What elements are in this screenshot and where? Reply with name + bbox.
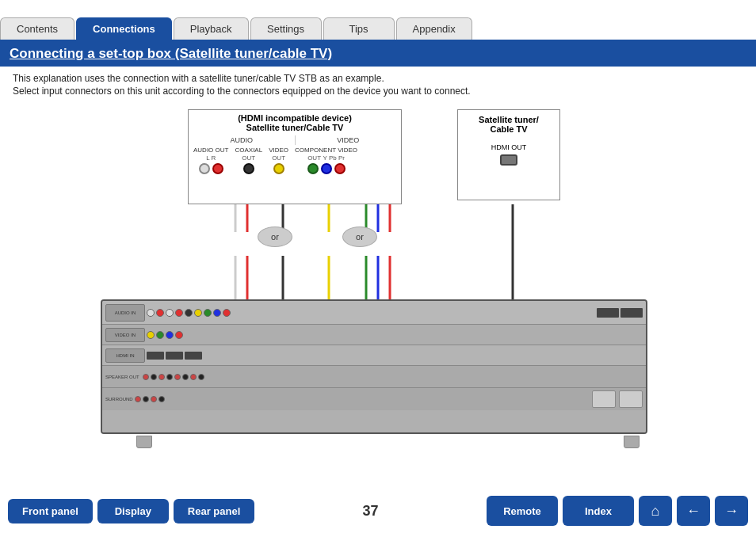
tab-settings[interactable]: Settings: [250, 17, 322, 40]
component-label: COMPONENT VIDEO: [295, 147, 357, 154]
forward-button[interactable]: →: [715, 496, 748, 526]
device2-title-line1: Satellite tuner/: [458, 110, 559, 124]
index-button[interactable]: Index: [563, 496, 634, 526]
description-line1: This explanation uses the connection wit…: [13, 73, 743, 84]
unit-label-section: AUDIO IN: [105, 304, 145, 322]
or-bubble-2: or: [342, 227, 377, 247]
hdmi-connector: [500, 154, 517, 166]
bottom-nav-left: Front panel Display Rear panel: [8, 499, 254, 523]
audio-lr-label: L R: [206, 154, 216, 162]
audio-out-label: AUDIO OUT: [193, 147, 228, 154]
unit-spk-8: [198, 374, 204, 380]
unit-conn-6: [194, 309, 202, 317]
component-pr-connector: [334, 163, 346, 174]
unit-hdmi-in-2: [166, 352, 183, 360]
rear-panel-button[interactable]: Rear panel: [174, 499, 254, 523]
unit-vid-3: [166, 331, 174, 339]
device2-title-line2: Cable TV: [458, 124, 559, 134]
coaxial-out-label: COAXIAL: [235, 147, 262, 154]
unit-spk-5: [174, 374, 181, 380]
unit-sur-3: [151, 396, 157, 402]
unit-sur-1: [135, 396, 141, 402]
unit-foot-left: [136, 436, 152, 448]
unit-spk-1: [143, 374, 149, 380]
unit-sur-2: [143, 396, 149, 402]
unit-hdmi-conn: [597, 308, 619, 318]
bottom-nav: Front panel Display Rear panel 37 Remote…: [0, 489, 756, 533]
component-ypbpr: Y Pb Pr: [323, 154, 345, 162]
component-sub: OUT: [307, 154, 321, 162]
hdmi-incompat-device-box: (HDMI incompatible device) Satellite tun…: [188, 109, 402, 204]
unit-spk-7: [190, 374, 197, 380]
tab-playback[interactable]: Playback: [174, 17, 249, 40]
unit-vid-4: [175, 331, 183, 339]
unit-spk-4: [166, 374, 173, 380]
description-line2: Select input connectors on this unit acc…: [13, 86, 743, 97]
main-unit: AUDIO IN VIDEO IN: [101, 299, 647, 434]
unit-control-1: [592, 390, 616, 408]
unit-conn-5: [185, 309, 193, 317]
or-label-2: or: [356, 232, 364, 242]
or-bubble-1: or: [258, 227, 292, 247]
tab-contents[interactable]: Contents: [0, 17, 74, 40]
unit-conn-3: [166, 309, 174, 317]
unit-control-2: [619, 390, 643, 408]
unit-sur-4: [158, 396, 165, 402]
unit-label-bottom: SURROUND: [105, 397, 133, 402]
unit-conn-1: [147, 309, 155, 317]
diagram-container: (HDMI incompatible device) Satellite tun…: [13, 109, 743, 450]
unit-spk-6: [182, 374, 189, 380]
remote-button[interactable]: Remote: [487, 496, 558, 526]
unit-spk-2: [151, 374, 157, 380]
bottom-nav-right: Remote Index ⌂ ← →: [487, 496, 748, 526]
audio-l-connector: [199, 163, 210, 174]
unit-label-hdmi: HDMI IN: [105, 348, 145, 363]
unit-hdmi-in-3: [185, 352, 202, 360]
device1-title-line2: Satellite tuner/Cable TV: [189, 123, 401, 132]
home-button[interactable]: ⌂: [639, 496, 672, 526]
unit-spk-3: [158, 374, 165, 380]
unit-conn-9: [223, 309, 231, 317]
back-button[interactable]: ←: [677, 496, 710, 526]
unit-vid-2: [156, 331, 164, 339]
component-y-connector: [307, 163, 319, 174]
video-out-label: VIDEO: [269, 147, 288, 154]
audio-r-connector: [212, 163, 223, 174]
unit-label-video: VIDEO IN: [105, 328, 145, 342]
main-unit-inner: AUDIO IN VIDEO IN: [102, 301, 646, 432]
unit-conn-7: [204, 309, 212, 317]
unit-conn-2: [156, 309, 164, 317]
tab-tips[interactable]: Tips: [323, 17, 395, 40]
hdmi-out-label: HDMI OUT: [458, 143, 559, 151]
tab-appendix[interactable]: Appendix: [396, 17, 472, 40]
video-section-label: VIDEO: [296, 135, 402, 145]
tab-connections[interactable]: Connections: [76, 17, 172, 40]
content-area: This explanation uses the connection wit…: [0, 67, 756, 105]
audio-section-label: AUDIO: [189, 135, 296, 145]
component-pb-connector: [321, 163, 332, 174]
unit-hdmi-in-1: [147, 352, 164, 360]
unit-vid-1: [147, 331, 155, 339]
unit-label-speaker: SPEAKER OUT: [105, 375, 139, 379]
device1-title-line1: (HDMI incompatible device): [189, 110, 401, 123]
coaxial-sub: OUT: [242, 154, 255, 162]
unit-conn-8: [213, 309, 221, 317]
front-panel-button[interactable]: Front panel: [8, 499, 93, 523]
unit-conn-4: [175, 309, 183, 317]
unit-hdmi-conn-2: [620, 308, 643, 318]
coaxial-connector: [243, 163, 254, 174]
page-title: Connecting a set-top box (Satellite tune…: [10, 46, 746, 62]
unit-foot-right: [624, 436, 640, 448]
video-out-sub: OUT: [272, 154, 285, 162]
page-title-bar: Connecting a set-top box (Satellite tune…: [0, 41, 756, 67]
navigation-tabs: Contents Connections Playback Settings T…: [0, 0, 756, 41]
page-number: 37: [363, 503, 379, 520]
satellite-device-box: Satellite tuner/ Cable TV HDMI OUT: [457, 109, 560, 200]
or-label-1: or: [271, 232, 279, 242]
video-connector: [273, 163, 284, 174]
display-button[interactable]: Display: [97, 499, 169, 523]
